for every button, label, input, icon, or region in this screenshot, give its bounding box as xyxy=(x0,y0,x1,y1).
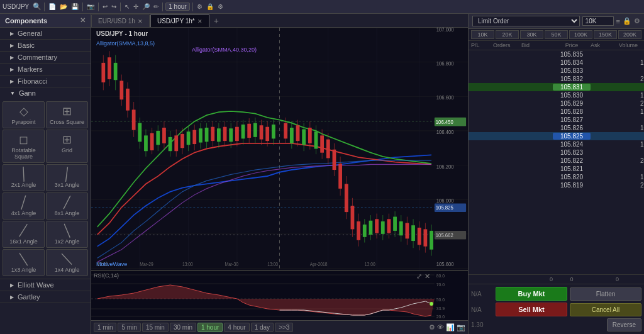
tool-2x1-angle[interactable]: ╱ 2x1 Angle xyxy=(3,164,45,191)
book-row-826[interactable]: 105.826 10 xyxy=(469,124,644,132)
tf-4hour[interactable]: 4 hour xyxy=(224,323,249,332)
qty-20k[interactable]: 20K xyxy=(496,30,519,39)
order-type-select[interactable]: Limit Order xyxy=(472,16,580,26)
qty-30k[interactable]: 30K xyxy=(520,30,543,39)
svg-rect-76 xyxy=(272,125,275,138)
order-qty-input[interactable] xyxy=(582,16,614,26)
qty-200k[interactable]: 200K xyxy=(618,30,641,39)
book-row-833[interactable]: 105.833 xyxy=(469,67,644,75)
tf-1day[interactable]: 1 day xyxy=(251,323,274,332)
order-settings-icon[interactable]: ≡ xyxy=(616,18,620,25)
svg-rect-40 xyxy=(162,128,166,143)
sell-mkt-btn[interactable]: Sell Mkt xyxy=(496,303,567,316)
tool-4x1-angle[interactable]: ╱ 4x1 Angle xyxy=(3,192,45,220)
bottom-settings-icon[interactable]: ⚙ xyxy=(429,323,435,331)
bottom-eye-icon[interactable]: 👁 xyxy=(437,323,444,331)
rsi-close-icon[interactable]: ✕ xyxy=(425,272,430,281)
tf-30min[interactable]: 30 min xyxy=(170,323,196,332)
svg-rect-64 xyxy=(235,127,239,141)
book-row-832[interactable]: 105.832 29 xyxy=(469,75,644,83)
tool-8x1-angle[interactable]: ╱ 8x1 Angle xyxy=(46,192,88,220)
book-row-829[interactable]: 105.829 25 xyxy=(469,99,644,108)
sidebar-item-fibonacci[interactable]: ▶ Fibonacci xyxy=(0,75,91,87)
tool-1x3-angle[interactable]: ╱ 1x3 Angle xyxy=(3,249,45,276)
qty-10k[interactable]: 10K xyxy=(471,30,494,39)
toolbar-cursor-btn[interactable]: ↖ xyxy=(123,3,131,11)
toolbar-search-icon[interactable]: 🔍 xyxy=(33,3,42,11)
qty-50k[interactable]: 50K xyxy=(545,30,568,39)
tf-1min[interactable]: 1 min xyxy=(94,323,116,332)
tool-rotatable-square[interactable]: ◻ Rotatable Square xyxy=(3,130,45,163)
tab-usd-jpy[interactable]: USD/JPY 1h* ✕ xyxy=(150,14,209,27)
svg-text:106.000: 106.000 xyxy=(436,197,454,204)
order-gear-icon[interactable]: ⚙ xyxy=(634,17,640,25)
order-lock-icon[interactable]: 🔒 xyxy=(623,17,631,25)
sidebar-item-gartley[interactable]: ▶ Gartley xyxy=(0,291,91,303)
sidebar-item-general[interactable]: ▶ General xyxy=(0,28,91,39)
chart-container[interactable]: USD/JPY - 1 hour Alligator(SMMA,13,8,5) … xyxy=(91,28,468,270)
price-834: 105.834 xyxy=(553,59,591,66)
svg-rect-28 xyxy=(126,89,130,111)
sidebar-close-btn[interactable]: ✕ xyxy=(80,16,86,25)
toolbar-save-btn[interactable]: 💾 xyxy=(70,3,80,11)
sidebar-item-commentary[interactable]: ▶ Commentary xyxy=(0,52,91,63)
toolbar-lock-btn[interactable]: 🔒 xyxy=(205,3,215,11)
toolbar-open-btn[interactable]: 📂 xyxy=(58,3,69,11)
tool-1x2-angle[interactable]: ╱ 1x2 Angle xyxy=(46,221,88,248)
book-row-831[interactable]: 105.831 xyxy=(469,83,644,91)
qty-100k[interactable]: 100K xyxy=(569,30,592,39)
bottom-chart-icon[interactable]: 📊 xyxy=(446,323,455,331)
rsi-expand-icon[interactable]: ⤢ xyxy=(416,272,422,281)
toolbar-screenshot-btn[interactable]: 📷 xyxy=(86,3,96,11)
book-row-823[interactable]: 105.823 xyxy=(469,148,644,157)
toolbar-settings-btn[interactable]: ⚙ xyxy=(196,3,204,11)
sidebar-item-basic[interactable]: ▶ Basic xyxy=(0,40,91,51)
tool-3x1-angle[interactable]: ╱ 3x1 Angle xyxy=(46,164,88,191)
buy-mkt-btn[interactable]: Buy Mkt xyxy=(496,287,567,301)
flatten-btn[interactable]: Flatten xyxy=(570,287,641,301)
toolbar-gear-btn[interactable]: ⚙ xyxy=(216,3,225,11)
toolbar-undo-btn[interactable]: ↩ xyxy=(101,3,109,11)
tool-pyrapoint[interactable]: ◇ Pyrapoint xyxy=(3,101,45,128)
book-row-819[interactable]: 105.819 26 xyxy=(469,181,644,189)
tf-15min[interactable]: 15 min xyxy=(142,323,169,332)
book-row-821[interactable]: 105.821 xyxy=(469,165,644,173)
book-row-828[interactable]: 105.828 17 xyxy=(469,108,644,116)
qty-150k[interactable]: 150K xyxy=(594,30,617,39)
rsi-panel[interactable]: RSI(C,14) ⤢ ✕ xyxy=(91,270,468,320)
book-row-822[interactable]: 105.822 24 xyxy=(469,157,644,165)
tf-1hour[interactable]: 1 hour xyxy=(197,323,223,332)
tool-1x4-angle[interactable]: ╱ 1x4 Angle xyxy=(46,249,88,276)
toolbar-redo-btn[interactable]: ↪ xyxy=(110,3,118,11)
tab-add-btn[interactable]: + xyxy=(210,14,223,27)
tab-eur-usd-close[interactable]: ✕ xyxy=(138,18,143,25)
tf-more[interactable]: >>3 xyxy=(275,323,293,332)
sidebar-item-elliott[interactable]: ▶ Elliott Wave xyxy=(0,279,91,291)
book-row-835[interactable]: 105.835 9 xyxy=(469,50,644,58)
timeframe-display[interactable]: 1 hour xyxy=(165,3,189,11)
book-row-820[interactable]: 105.820 16 xyxy=(469,173,644,181)
reverse-btn[interactable]: Reverse xyxy=(607,318,641,331)
toolbar-cross-btn[interactable]: ✛ xyxy=(132,3,140,11)
cancel-all-btn[interactable]: Cancel All xyxy=(570,303,641,316)
tab-usd-jpy-close[interactable]: ✕ xyxy=(197,18,203,25)
chart-svg[interactable]: 107.000 106.800 106.600 106.400 106.200 … xyxy=(91,28,468,270)
book-row-827[interactable]: 105.827 6 xyxy=(469,116,644,124)
book-row-825[interactable]: 105.825 xyxy=(469,132,644,140)
toolbar-draw-btn[interactable]: ✏ xyxy=(152,3,160,11)
sidebar-item-gann[interactable]: ▼ Gann xyxy=(0,87,91,99)
tab-eur-usd[interactable]: EUR/USD 1h ✕ xyxy=(91,14,150,27)
toolbar-zoom-btn[interactable]: 🔎 xyxy=(141,3,151,11)
book-row-824[interactable]: 105.824 14 xyxy=(469,140,644,148)
4x1-angle-icon: ╱ xyxy=(19,195,28,210)
book-row-834[interactable]: 105.834 12 xyxy=(469,58,644,67)
tool-cross-square[interactable]: ⊞ Cross Square xyxy=(46,101,88,128)
tool-16x1-angle[interactable]: ╱ 16x1 Angle xyxy=(3,221,45,248)
book-row-830[interactable]: 105.830 19 xyxy=(469,91,644,99)
sidebar-item-markers[interactable]: ▶ Markers xyxy=(0,64,91,75)
tool-grid[interactable]: ⊞ Grid xyxy=(46,130,88,163)
toolbar-new-btn[interactable]: 📄 xyxy=(47,3,57,11)
tool-label-1x2: 1x2 Angle xyxy=(55,238,80,245)
tf-5min[interactable]: 5 min xyxy=(118,323,140,332)
bottom-camera-icon[interactable]: 📷 xyxy=(457,323,465,331)
